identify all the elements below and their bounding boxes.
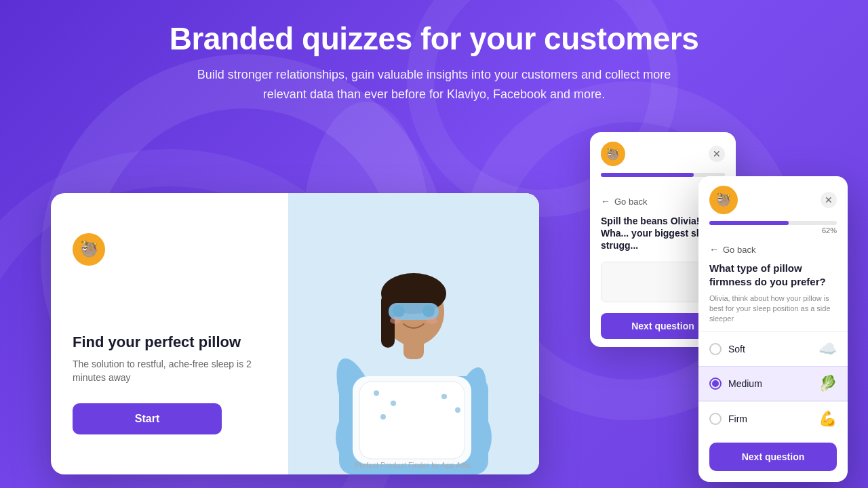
quiz-logo: 🦥: [73, 233, 105, 266]
option-medium-radio-dot: [712, 380, 719, 387]
option-medium-left: Medium: [709, 378, 762, 390]
svg-point-15: [427, 317, 437, 324]
popup-front-subtext: Olivia, think about how your pillow is b…: [698, 293, 848, 331]
svg-point-13: [422, 305, 435, 317]
popup-medium-progress-fill: [601, 173, 694, 177]
option-firm-left: Firm: [709, 413, 747, 425]
popup-front-logo: 🦥: [709, 186, 738, 214]
option-soft-radio: [709, 343, 722, 355]
popup-front-go-back-label: Go back: [723, 245, 755, 255]
option-soft-left: Soft: [709, 343, 745, 355]
option-medium[interactable]: Medium 🥬: [698, 366, 848, 401]
go-back-arrow-icon: ←: [601, 196, 610, 207]
popup-front-question: What type of pillow firmness do you pref…: [698, 259, 848, 293]
popup-front-close-button[interactable]: ✕: [821, 192, 837, 208]
popup-front-go-back[interactable]: ← Go back: [698, 240, 848, 259]
popup-medium-go-back-label: Go back: [614, 197, 647, 207]
start-button[interactable]: Start: [73, 403, 222, 434]
main-quiz-card: 🦥 Find your perfect pillow The solution …: [51, 193, 539, 474]
page-title: Branded quizzes for your customers: [0, 20, 868, 57]
popup-front-progress-fill: [709, 221, 789, 225]
option-firm[interactable]: Firm 💪: [698, 401, 848, 436]
option-firm-radio: [709, 413, 722, 425]
option-soft-label: Soft: [728, 344, 745, 354]
quiz-card-image-panel: Perfect Product Finder by App Attic.: [288, 193, 539, 474]
popup-front-next-button[interactable]: Next question: [709, 443, 837, 471]
option-medium-label: Medium: [728, 378, 762, 389]
svg-point-17: [391, 401, 396, 406]
popup-front-progress-label: 62%: [709, 226, 837, 235]
woman-illustration: [288, 193, 539, 474]
front-go-back-arrow-icon: ←: [709, 244, 719, 255]
svg-point-14: [390, 317, 401, 324]
popup-front-progress-track: [709, 221, 837, 225]
popup-medium-close-button[interactable]: ✕: [709, 146, 725, 162]
popup-medium-logo: 🦥: [601, 142, 625, 166]
option-firm-label: Firm: [728, 413, 747, 424]
quiz-popup-front: 🦥 ✕ 62% ← Go back What type of pillow fi…: [698, 176, 848, 482]
svg-point-18: [441, 394, 447, 399]
watermark: Perfect Product Finder by App Attic.: [355, 461, 473, 469]
option-medium-radio: [709, 378, 722, 390]
quiz-subtitle: The solution to restful, ache-free sleep…: [73, 358, 267, 384]
svg-point-16: [374, 390, 379, 396]
option-medium-icon: 🥬: [818, 375, 837, 392]
quiz-card-left-panel: 🦥 Find your perfect pillow The solution …: [51, 193, 288, 474]
option-firm-icon: 💪: [818, 410, 837, 428]
svg-point-20: [380, 414, 386, 420]
page-header: Branded quizzes for your customers Build…: [0, 20, 868, 104]
popup-front-header: 🦥 ✕: [698, 176, 848, 221]
quiz-title: Find your perfect pillow: [73, 333, 267, 351]
option-soft[interactable]: Soft ☁️: [698, 331, 848, 366]
option-soft-icon: ☁️: [818, 340, 837, 358]
popup-medium-header: 🦥 ✕: [590, 132, 736, 173]
svg-point-12: [393, 305, 405, 317]
popup-front-progress-container: 62%: [698, 221, 848, 240]
svg-point-19: [455, 407, 460, 413]
page-subtitle: Build stronger relationships, gain valua…: [176, 65, 692, 104]
